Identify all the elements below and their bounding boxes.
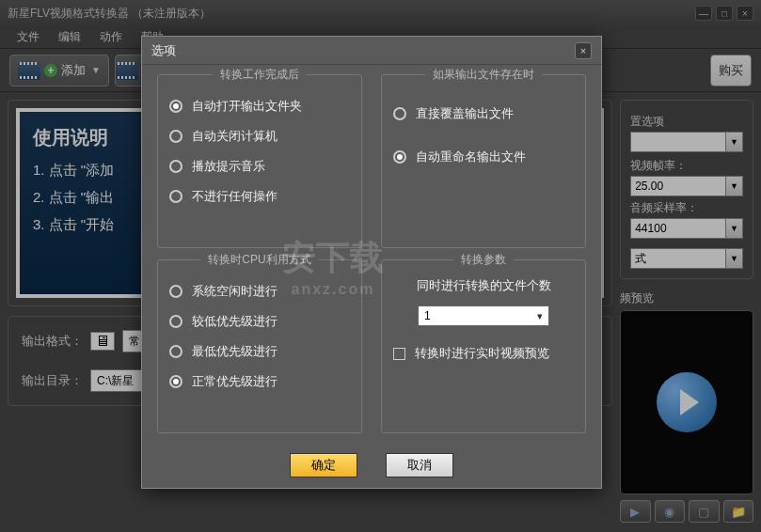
options-dialog: 选项 × 转换工作完成后 自动打开输出文件夹 自动关闭计算机 播放提示音乐 不进… (141, 36, 602, 489)
dialog-close-button[interactable]: × (575, 42, 592, 59)
radio-icon (169, 285, 182, 298)
radio-icon (393, 107, 406, 120)
radio-below-normal[interactable]: 较低优先级进行 (169, 313, 350, 330)
radio-lowest[interactable]: 最低优先级进行 (169, 343, 350, 360)
radio-shutdown[interactable]: 自动关闭计算机 (169, 128, 350, 145)
group-cpu-priority-legend: 转换时CPU利用方式 (200, 252, 318, 268)
radio-idle[interactable]: 系统空闲时进行 (169, 283, 350, 300)
ok-button[interactable]: 确定 (290, 453, 357, 477)
parallel-count-select[interactable]: 1 (418, 305, 549, 326)
dialog-footer: 确定 取消 (142, 443, 601, 488)
radio-icon (169, 100, 182, 113)
radio-icon (169, 345, 182, 358)
group-conversion-params: 转换参数 同时进行转换的文件个数 1 转换时进行实时视频预览 (381, 259, 586, 433)
group-cpu-priority: 转换时CPU利用方式 系统空闲时进行 较低优先级进行 最低优先级进行 正常优先级… (157, 259, 362, 433)
radio-do-nothing[interactable]: 不进行任何操作 (169, 188, 350, 205)
radio-icon (393, 150, 406, 164)
group-after-conversion: 转换工作完成后 自动打开输出文件夹 自动关闭计算机 播放提示音乐 不进行任何操作 (157, 74, 362, 248)
radio-open-folder[interactable]: 自动打开输出文件夹 (169, 98, 350, 115)
radio-rename[interactable]: 自动重命名输出文件 (393, 149, 574, 165)
radio-icon (169, 130, 182, 143)
radio-icon (169, 160, 182, 173)
dialog-title: 选项 (151, 42, 176, 59)
dialog-titlebar: 选项 × (142, 37, 601, 65)
radio-normal[interactable]: 正常优先级进行 (169, 373, 350, 390)
parallel-label: 同时进行转换的文件个数 (393, 277, 574, 294)
group-conversion-params-legend: 转换参数 (453, 252, 514, 268)
radio-icon (169, 375, 182, 388)
realtime-preview-checkbox[interactable]: 转换时进行实时视频预览 (393, 345, 574, 362)
radio-icon (169, 315, 182, 328)
radio-play-sound[interactable]: 播放提示音乐 (169, 158, 350, 175)
radio-overwrite[interactable]: 直接覆盖输出文件 (393, 105, 574, 122)
cancel-button[interactable]: 取消 (386, 453, 453, 477)
radio-icon (169, 190, 182, 203)
group-file-exists: 如果输出文件存在时 直接覆盖输出文件 自动重命名输出文件 (381, 74, 586, 248)
group-file-exists-legend: 如果输出文件存在时 (425, 67, 542, 83)
group-after-conversion-legend: 转换工作完成后 (213, 67, 307, 83)
checkbox-icon (393, 348, 405, 360)
